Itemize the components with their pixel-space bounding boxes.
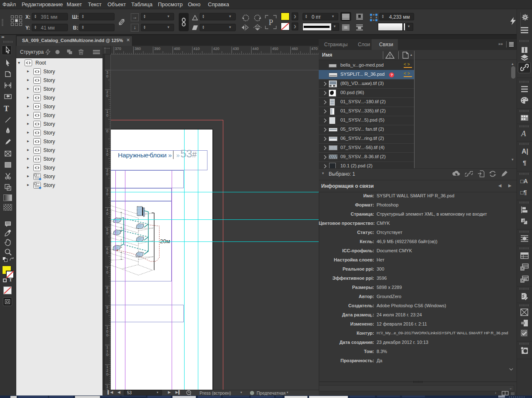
svg-text:370: 370 — [115, 47, 121, 51]
svg-text:0: 0 — [106, 353, 108, 357]
svg-text:420: 420 — [213, 47, 220, 51]
svg-text:460: 460 — [292, 47, 298, 51]
svg-text:0: 0 — [106, 290, 108, 294]
svg-text:0: 0 — [106, 333, 108, 337]
svg-text:0: 0 — [106, 309, 108, 313]
svg-text:440: 440 — [252, 47, 259, 51]
svg-text:400: 400 — [174, 47, 180, 51]
svg-text:0: 0 — [106, 172, 108, 176]
svg-text:470: 470 — [311, 47, 317, 51]
svg-text:0: 0 — [106, 129, 108, 133]
svg-text:0: 0 — [106, 74, 108, 78]
svg-text:0: 0 — [106, 192, 108, 196]
svg-text:390: 390 — [154, 47, 160, 51]
svg-text:0: 0 — [106, 94, 108, 98]
svg-text:0: 0 — [106, 270, 108, 274]
svg-text:410: 410 — [193, 47, 200, 51]
svg-text:380: 380 — [135, 47, 141, 51]
svg-text:450: 450 — [272, 47, 278, 51]
svg-text:0: 0 — [106, 152, 108, 157]
svg-text:0: 0 — [106, 211, 108, 216]
svg-text:P: P — [269, 18, 273, 27]
svg-text:0: 0 — [106, 113, 108, 117]
svg-text:0: 0 — [106, 251, 108, 255]
svg-text:0: 0 — [106, 372, 108, 376]
svg-text:0: 0 — [106, 231, 108, 235]
svg-text:430: 430 — [233, 47, 239, 51]
